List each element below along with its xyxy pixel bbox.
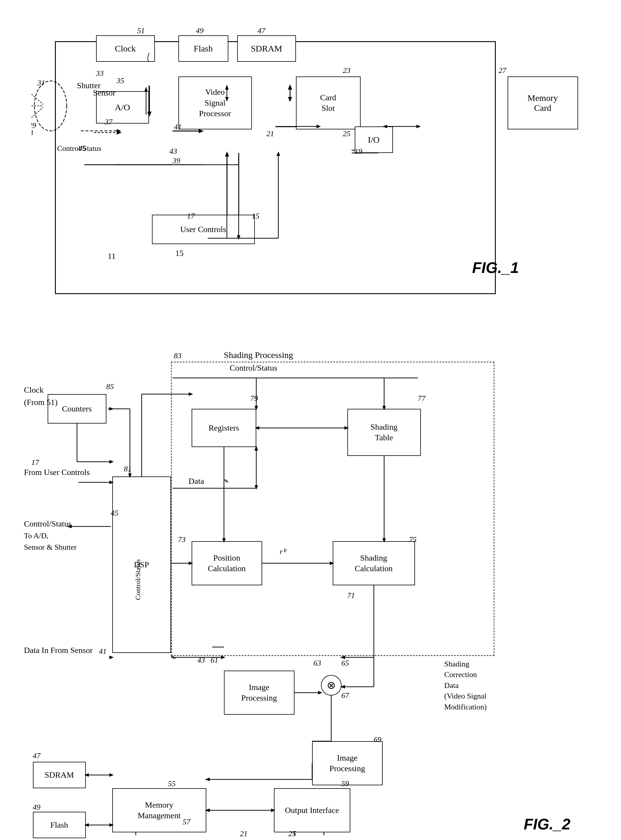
label-27: 27 (499, 66, 506, 75)
lbl-17: 17 (32, 458, 39, 467)
label-11: 11 (108, 251, 116, 261)
usercontrols-label: User Controls (180, 225, 226, 234)
svg-marker-113 (109, 773, 114, 777)
label-25: 25 (343, 129, 351, 138)
lbl-25: 25 (289, 829, 296, 838)
shading-processing-label: Shading Processing (224, 350, 293, 360)
page-container: Clock Flash SDRAM A/O VideoSignalProcess… (0, 0, 621, 840)
lbl-83: 83 (174, 351, 182, 360)
label-33: 33 (96, 69, 104, 78)
sensor-text: Sensor (93, 88, 115, 98)
multiply-circle: ⊗ (321, 675, 341, 696)
clock-label: Clock (115, 44, 136, 53)
fig1-sdram-block: SDRAM (237, 35, 296, 62)
label-15-bottom: 15 (176, 249, 184, 258)
fig1-memcard-block: MemoryCard (507, 76, 578, 129)
svg-text:29: 29 (32, 121, 36, 130)
lbl-ri2: rᴵ² (280, 547, 286, 556)
svg-marker-20 (117, 131, 122, 135)
svg-marker-76 (221, 656, 226, 659)
svg-line-119 (171, 656, 174, 659)
label-43: 43 (170, 147, 177, 156)
sdram-label: SDRAM (251, 44, 282, 53)
svg-line-22 (32, 94, 43, 105)
label-19: 19 (355, 147, 362, 156)
positioncalc-label: PositionCalculation (208, 553, 246, 574)
svg-line-24 (32, 107, 43, 118)
counters-label: Counters (62, 404, 92, 414)
dsp-block: DSP (112, 477, 171, 653)
svg-text:FIG._2: FIG._2 (524, 816, 571, 832)
io-label: I/O (368, 135, 380, 145)
sdram2-block: SDRAM (33, 762, 86, 788)
lbl-49: 49 (33, 803, 41, 812)
lbl-71: 71 (347, 591, 355, 600)
lbl-43: 43 (197, 656, 205, 665)
from-user-label: From User Controls (24, 468, 90, 477)
lens-area: 31 13 29 (32, 76, 70, 135)
shading-processing-box (171, 362, 494, 656)
svg-marker-74 (109, 656, 114, 659)
fig1-vsp-block: VideoSignalProcessor (179, 76, 252, 129)
lbl-47: 47 (33, 752, 41, 760)
label-49: 49 (196, 26, 204, 35)
lbl-57: 57 (183, 818, 191, 826)
positioncalc-block: PositionCalculation (192, 541, 262, 585)
lbl-77: 77 (418, 394, 426, 403)
flash-label: Flash (194, 44, 213, 53)
shadingcalc-block: ShadingCalculation (333, 541, 415, 585)
label-51: 51 (137, 26, 145, 35)
lbl-69: 69 (374, 735, 382, 744)
lbl-21: 21 (240, 829, 248, 838)
controlstatus-text: Control/Status (57, 144, 101, 153)
controlstatus-ao-label: Control/Status To A/D,Sensor & Shutter (24, 518, 77, 553)
svg-line-120 (173, 656, 176, 659)
registers-label: Registers (208, 423, 239, 433)
shading-correction-label: ShadingCorrectionData(Video SignalModifi… (444, 659, 487, 712)
fig1-flash-block: Flash (179, 35, 228, 62)
lbl-61: 61 (211, 656, 218, 665)
svg-marker-62 (109, 407, 114, 410)
fig1-usercontrols-block: User Controls (152, 215, 255, 244)
memcard-label: MemoryCard (527, 93, 558, 113)
svg-marker-95 (318, 691, 323, 694)
lbl-85: 85 (106, 382, 114, 391)
flash2-label: Flash (50, 820, 68, 830)
label-47: 47 (258, 26, 265, 35)
svg-marker-7 (288, 84, 292, 90)
lbl-55: 55 (168, 779, 176, 788)
data-label: Data (189, 477, 204, 486)
label-35: 35 (117, 76, 124, 85)
imageprocessing1-block: ImageProcessing (224, 671, 294, 715)
svg-marker-103 (205, 778, 210, 781)
vsp-label: VideoSignalProcessor (199, 87, 231, 119)
fig1-title: FIG._1 (472, 259, 519, 276)
sdram2-label: SDRAM (45, 770, 74, 780)
memorymanagement-block: MemoryManagement (112, 788, 206, 832)
controlstatus-top: Control/Status (230, 363, 277, 373)
dsp-label: DSP (134, 559, 149, 570)
imageprocessing1-label: ImageProcessing (241, 682, 277, 703)
cardslot-label: CardSlot (320, 93, 336, 114)
lbl-65: 65 (341, 659, 349, 668)
fig1-cardslot-block: CardSlot (296, 76, 360, 129)
label-17: 17 (187, 212, 195, 220)
lbl-59: 59 (341, 779, 349, 788)
shadingtable-label: ShadingTable (371, 422, 398, 443)
lbl-45: 45 (111, 509, 118, 518)
lbl-41: 41 (99, 647, 107, 656)
fig2-container: Shading Processing Control/Status Data C… (24, 335, 597, 835)
ao-label: A/O (115, 102, 130, 112)
outputinterface-label: Output Interface (285, 805, 339, 816)
shadingcalc-label: ShadingCalculation (355, 553, 393, 574)
svg-text:31: 31 (37, 79, 45, 87)
lbl-63: 63 (314, 659, 321, 668)
label-37: 37 (105, 118, 112, 126)
lbl-73: 73 (178, 535, 186, 544)
clock-from-label: Clock(From 51) (24, 384, 58, 409)
svg-marker-17 (225, 152, 229, 156)
outputinterface-block: Output Interface (274, 788, 350, 832)
memorymanagement-label: MemoryManagement (138, 800, 180, 821)
label-21: 21 (267, 129, 274, 138)
registers-block: Registers (192, 409, 256, 447)
